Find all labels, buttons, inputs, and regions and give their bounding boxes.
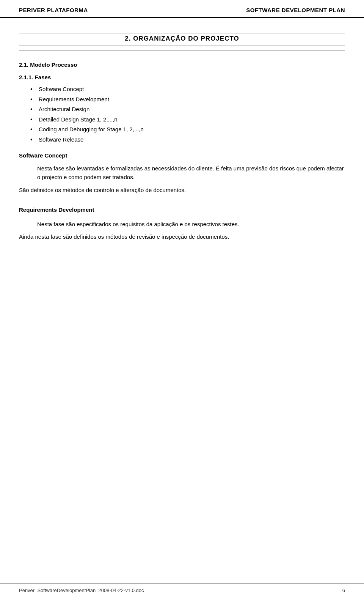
heading-fases: 2.1.1. Fases [19,74,345,80]
list-item: Requirements Development [30,95,345,104]
list-item: Coding and Debugging for Stage 1, 2,...,… [30,125,345,134]
requirements-dev-label: Requirements Development [19,206,345,213]
software-concept-para2: São definidos os métodos de controlo e a… [19,186,345,194]
list-item: Architectural Design [30,105,345,114]
document-title: SOFTWARE DEVELOPMENT PLAN [246,7,345,13]
requirements-dev-para2: Ainda nesta fase são definidos os método… [19,232,345,241]
software-concept-label: Software Concept [19,152,345,159]
main-content: 2. ORGANIZAÇÃO DO PROJECTO 2.1. Modelo P… [0,18,364,583]
requirements-dev-para1: Nesta fase são especificados os requisit… [37,220,345,228]
section-title: 2. ORGANIZAÇÃO DO PROJECTO [19,35,345,43]
page: PERIVER PLATAFORMA SOFTWARE DEVELOPMENT … [0,0,364,597]
footer-filename: Periver_SoftwareDevelopmentPlan_2008-04-… [19,588,144,593]
footer-page-number: 6 [342,588,345,593]
fases-list: Software Concept Requirements Developmen… [30,85,345,144]
list-item: Software Release [30,135,345,144]
requirements-dev-section: Requirements Development Nesta fase são … [19,206,345,241]
page-header: PERIVER PLATAFORMA SOFTWARE DEVELOPMENT … [0,0,364,18]
list-item: Detailed Design Stage 1, 2,...,n [30,115,345,124]
bottom-rule [19,46,345,46]
software-concept-para1: Nesta fase são levantadas e formalizadas… [37,164,345,182]
section-title-block: 2. ORGANIZAÇÃO DO PROJECTO [19,33,345,51]
heading-modelo-processo: 2.1. Modelo Processo [19,61,345,68]
top-rule [19,33,345,33]
company-name: PERIVER PLATAFORMA [19,7,88,13]
list-item: Software Concept [30,85,345,94]
software-concept-section: Software Concept Nesta fase são levantad… [19,152,345,194]
page-footer: Periver_SoftwareDevelopmentPlan_2008-04-… [0,583,364,597]
